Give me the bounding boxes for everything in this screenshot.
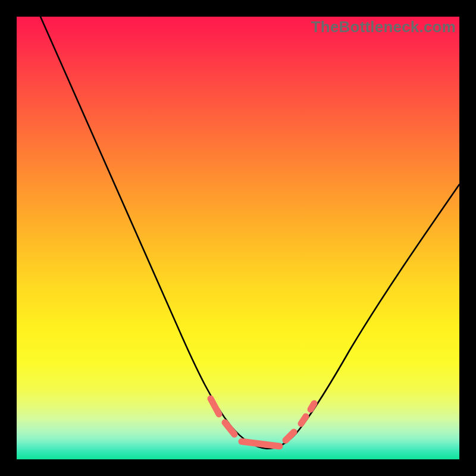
svg-line-5 (311, 403, 314, 409)
svg-line-1 (225, 422, 234, 434)
bottleneck-curve (17, 17, 459, 459)
plot-area: TheBottleneck.com (17, 17, 459, 459)
trough-markers (211, 399, 314, 446)
watermark-text: TheBottleneck.com (311, 18, 456, 36)
chart-frame: TheBottleneck.com (0, 0, 476, 476)
svg-line-4 (301, 416, 306, 424)
svg-line-0 (211, 399, 219, 414)
svg-line-3 (286, 432, 294, 440)
svg-line-2 (242, 441, 280, 446)
